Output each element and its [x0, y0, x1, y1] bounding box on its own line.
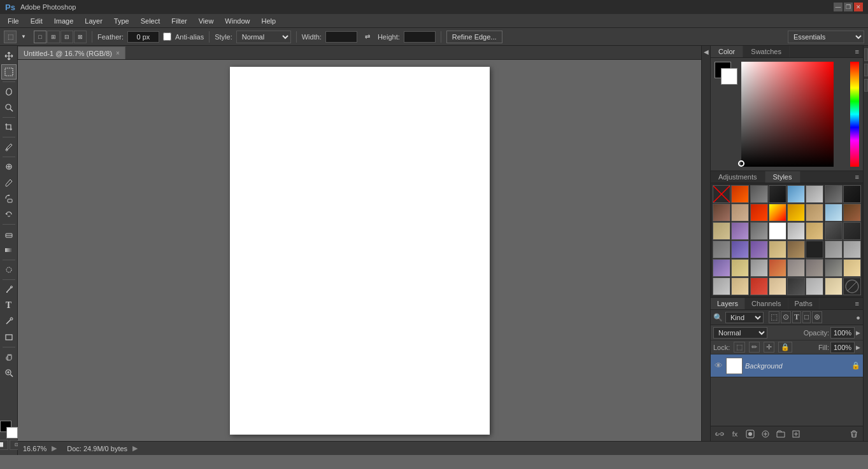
filter-pixel-icon[interactable]: ⬚: [769, 311, 779, 323]
style-12[interactable]: [787, 204, 805, 221]
intersect-selection-btn[interactable]: ⊠: [74, 31, 87, 43]
style-10[interactable]: [750, 204, 768, 221]
fill-arrow[interactable]: ▶: [856, 344, 860, 351]
style-20[interactable]: [787, 222, 805, 240]
style-22[interactable]: [825, 222, 843, 240]
filter-smart-icon[interactable]: ⊛: [812, 311, 822, 323]
panel-icon-3[interactable]: [864, 79, 868, 92]
opacity-input[interactable]: [830, 327, 855, 339]
paths-tab[interactable]: Paths: [788, 298, 820, 309]
style-25[interactable]: [731, 241, 749, 258]
add-adjustment-button[interactable]: [759, 428, 772, 440]
menu-filter[interactable]: Filter: [166, 16, 192, 26]
styles-tab[interactable]: Styles: [765, 171, 800, 183]
style-34[interactable]: [750, 259, 768, 277]
menu-help[interactable]: Help: [256, 16, 281, 26]
type-tool[interactable]: T: [1, 298, 17, 313]
style-17[interactable]: [731, 222, 749, 240]
panel-icon-2[interactable]: [864, 64, 868, 76]
color-bg-swatch[interactable]: [721, 68, 737, 85]
style-38[interactable]: [825, 259, 843, 277]
style-35[interactable]: [769, 259, 786, 277]
style-45[interactable]: [806, 277, 823, 295]
style-29[interactable]: [806, 241, 823, 258]
move-tool[interactable]: [1, 48, 17, 64]
layers-tab[interactable]: Layers: [711, 298, 745, 309]
lasso-tool[interactable]: [1, 84, 17, 99]
filter-type-filter-icon[interactable]: T: [792, 311, 801, 323]
feather-input[interactable]: [127, 31, 159, 43]
refine-edge-button[interactable]: Refine Edge...: [446, 31, 502, 43]
style-6[interactable]: [825, 185, 843, 203]
doc-info-arrow[interactable]: ▶: [132, 444, 138, 452]
lock-position-icon[interactable]: ✛: [764, 342, 774, 353]
eyedropper-tool[interactable]: [1, 139, 17, 155]
pen-tool[interactable]: [1, 282, 17, 297]
style-28[interactable]: [787, 241, 805, 258]
canvas-container[interactable]: [18, 60, 701, 441]
blur-tool[interactable]: [1, 262, 17, 277]
menu-window[interactable]: Window: [220, 16, 255, 26]
style-46[interactable]: [825, 277, 843, 295]
eraser-tool[interactable]: [1, 227, 17, 242]
style-4[interactable]: [787, 185, 805, 203]
style-3[interactable]: [769, 185, 786, 203]
style-14[interactable]: [825, 204, 843, 221]
swatches-tab[interactable]: Swatches: [743, 46, 790, 57]
layers-panel-menu[interactable]: ≡: [851, 298, 863, 309]
menu-type[interactable]: Type: [109, 16, 134, 26]
adjustments-tab[interactable]: Adjustments: [711, 171, 765, 183]
style-7[interactable]: [843, 185, 861, 203]
quick-mask-btn[interactable]: ⬜: [0, 440, 8, 450]
style-9[interactable]: [731, 204, 749, 221]
style-41[interactable]: [731, 277, 749, 295]
hand-tool[interactable]: [1, 349, 17, 365]
filter-shape-icon[interactable]: □: [802, 311, 811, 323]
zoom-icon[interactable]: ▶: [52, 444, 57, 452]
layer-visibility-eye[interactable]: 👁: [713, 361, 723, 370]
style-8[interactable]: [713, 204, 730, 221]
zoom-tool[interactable]: [1, 365, 17, 381]
menu-select[interactable]: Select: [136, 16, 166, 26]
style-16[interactable]: [713, 222, 730, 240]
width-input[interactable]: [325, 31, 357, 43]
color-gradient-picker[interactable]: [741, 62, 859, 167]
lock-transparent-icon[interactable]: ⬚: [734, 342, 745, 353]
style-36[interactable]: [787, 259, 805, 277]
color-field[interactable]: [741, 62, 834, 167]
gradient-tool[interactable]: [1, 242, 17, 258]
style-18[interactable]: [750, 222, 768, 240]
style-31[interactable]: [843, 241, 861, 258]
background-color[interactable]: [6, 427, 18, 438]
swap-wh-icon[interactable]: ⇄: [361, 31, 374, 43]
menu-edit[interactable]: Edit: [25, 16, 48, 26]
fill-input[interactable]: [830, 342, 855, 353]
menu-layer[interactable]: Layer: [80, 16, 108, 26]
brush-tool[interactable]: [1, 175, 17, 190]
filter-adjustment-icon[interactable]: ⊙: [781, 311, 791, 323]
style-44[interactable]: [787, 277, 805, 295]
style-30[interactable]: [825, 241, 843, 258]
add-mask-button[interactable]: [744, 428, 757, 440]
menu-file[interactable]: File: [3, 16, 24, 26]
crop-tool[interactable]: [1, 120, 17, 135]
style-24[interactable]: [713, 241, 730, 258]
link-layers-button[interactable]: [713, 428, 726, 440]
layer-filter-select[interactable]: Kind: [725, 312, 764, 323]
style-32[interactable]: [713, 259, 730, 277]
style-21[interactable]: [806, 222, 823, 240]
style-39[interactable]: [843, 259, 861, 277]
anti-alias-checkbox[interactable]: [163, 32, 171, 41]
delete-layer-button[interactable]: [848, 428, 860, 440]
color-tab[interactable]: Color: [711, 46, 743, 57]
style-43[interactable]: [769, 277, 786, 295]
panel-icon-1[interactable]: [864, 48, 868, 61]
blend-mode-select[interactable]: Normal Multiply Screen Overlay: [713, 327, 767, 339]
subtract-selection-btn[interactable]: ⊟: [60, 31, 73, 43]
style-11[interactable]: [769, 204, 786, 221]
lock-all-icon[interactable]: 🔒: [778, 342, 792, 353]
new-selection-btn[interactable]: □: [34, 31, 46, 43]
styles-panel-menu[interactable]: ≡: [851, 171, 863, 183]
style-19[interactable]: [769, 222, 786, 240]
canvas-tab-close[interactable]: ×: [116, 50, 120, 57]
